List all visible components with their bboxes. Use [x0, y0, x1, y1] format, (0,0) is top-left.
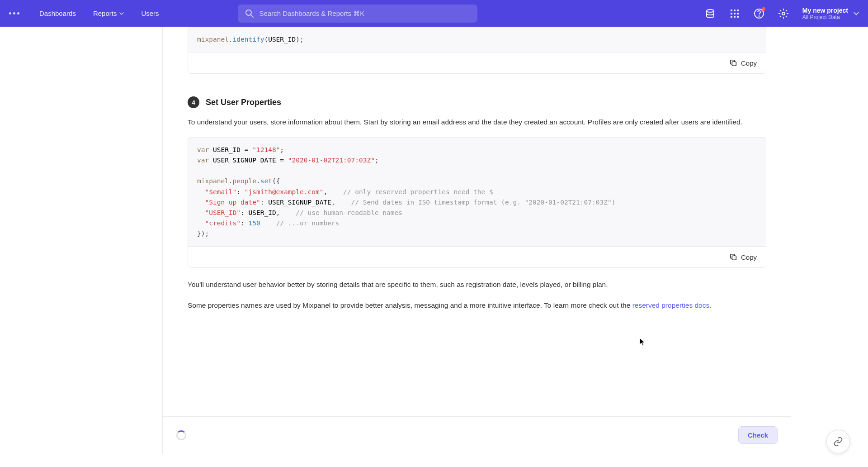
check-button[interactable]: Check	[738, 426, 778, 444]
left-sidebar	[9, 27, 163, 453]
code-block-identify: mixpanel.identify(USER_ID); Copy	[188, 27, 766, 74]
step-title: Set User Properties	[206, 98, 281, 107]
svg-rect-6	[731, 13, 732, 14]
nav-reports-label: Reports	[93, 10, 117, 17]
header-right: My new project All Project Data	[705, 7, 859, 20]
reserved-properties-link[interactable]: reserved properties docs.	[632, 301, 712, 309]
svg-rect-10	[734, 16, 736, 18]
code-content: var USER_ID = "12148"; var USER_SIGNUP_D…	[188, 138, 766, 247]
chevron-down-icon	[854, 11, 859, 16]
svg-line-1	[251, 15, 253, 17]
copy-icon	[729, 59, 737, 67]
copy-button[interactable]: Copy	[729, 59, 757, 67]
code-footer: Copy	[188, 52, 766, 73]
content-card: mixpanel.identify(USER_ID); Copy 4	[9, 27, 791, 453]
svg-rect-9	[731, 16, 732, 18]
link-icon	[833, 437, 843, 447]
code-block-people-set: var USER_ID = "12148"; var USER_SIGNUP_D…	[188, 137, 766, 268]
content-area: mixpanel.identify(USER_ID); Copy 4	[163, 27, 791, 453]
app-header: Dashboards Reports Users Search Dashboar…	[0, 0, 868, 27]
svg-rect-8	[737, 13, 739, 14]
svg-rect-11	[737, 16, 739, 18]
copy-label: Copy	[741, 253, 757, 261]
data-icon[interactable]	[705, 8, 716, 19]
nav-items: Dashboards Reports Users	[33, 6, 165, 21]
nav-users-label: Users	[141, 10, 159, 17]
code-footer: Copy	[188, 246, 766, 267]
behavior-text: You'll understand user behavior better b…	[188, 279, 766, 291]
svg-rect-5	[737, 10, 739, 11]
nav-users[interactable]: Users	[135, 6, 165, 21]
project-subtitle: All Project Data	[802, 14, 848, 20]
chevron-down-icon	[119, 11, 124, 16]
svg-rect-3	[731, 10, 732, 11]
nav-dashboards-label: Dashboards	[39, 10, 76, 17]
search-icon	[245, 9, 254, 18]
help-icon[interactable]	[754, 8, 764, 19]
apps-grid-icon[interactable]	[729, 8, 740, 19]
svg-point-2	[707, 10, 714, 12]
step-number-badge: 4	[188, 96, 199, 108]
svg-rect-16	[732, 256, 736, 260]
copy-button[interactable]: Copy	[729, 253, 757, 261]
search-input[interactable]: Search Dashboards & Reports ⌘K	[238, 5, 477, 23]
main-container: mixpanel.identify(USER_ID); Copy 4	[0, 27, 868, 467]
notification-dot-icon	[762, 7, 765, 11]
project-selector[interactable]: My new project All Project Data	[802, 7, 859, 20]
svg-rect-15	[732, 62, 736, 66]
copy-icon	[729, 253, 737, 261]
svg-point-13	[759, 16, 759, 16]
copy-label: Copy	[741, 59, 757, 67]
nav-dashboards[interactable]: Dashboards	[33, 6, 82, 21]
bottom-bar: Check	[163, 416, 791, 453]
nav-reports[interactable]: Reports	[87, 6, 131, 21]
svg-rect-4	[734, 10, 736, 11]
search-placeholder: Search Dashboards & Reports ⌘K	[259, 10, 365, 18]
step-header: 4 Set User Properties	[188, 96, 766, 108]
settings-gear-icon[interactable]	[778, 8, 789, 19]
code-content: mixpanel.identify(USER_ID);	[188, 27, 766, 52]
properties-text: Some properties names are used by Mixpan…	[188, 300, 766, 311]
loading-spinner-icon	[176, 430, 186, 440]
project-name: My new project	[802, 7, 848, 14]
svg-point-14	[782, 12, 785, 15]
step-description: To understand your users, store informat…	[188, 116, 766, 128]
svg-rect-7	[734, 13, 736, 14]
link-fab-button[interactable]	[826, 430, 850, 453]
menu-dots-icon[interactable]	[9, 12, 19, 14]
svg-point-0	[246, 10, 251, 15]
